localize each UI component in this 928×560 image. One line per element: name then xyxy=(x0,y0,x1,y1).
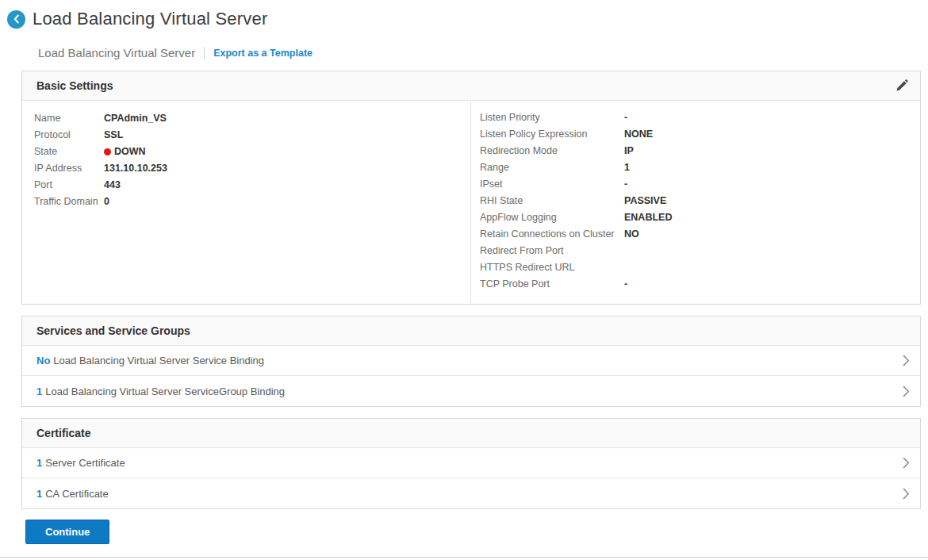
pencil-icon xyxy=(895,79,908,92)
binding-count: No xyxy=(36,355,50,366)
basic-settings-body: Name CPAdmin_VS Protocol SSL State DOWN … xyxy=(22,101,920,304)
field-redirection-mode: Redirection Mode IP xyxy=(480,143,920,159)
field-ipset: IPset - xyxy=(480,176,920,193)
divider xyxy=(204,47,205,59)
continue-button[interactable]: Continue xyxy=(25,520,109,544)
chevron-right-icon xyxy=(903,457,910,469)
page-header: Load Balancing Virtual Server xyxy=(0,0,928,29)
edit-button[interactable] xyxy=(892,76,911,95)
binding-label: CA Certificate xyxy=(45,488,108,500)
subheader: Load Balancing Virtual Server Export as … xyxy=(38,46,928,59)
field-redirect-from-port: Redirect From Port xyxy=(480,243,920,259)
field-listen-policy-expression: Listen Policy Expression NONE xyxy=(480,126,920,143)
field-port: Port 443 xyxy=(34,177,470,194)
field-ip-address: IP Address 131.10.10.253 xyxy=(34,160,470,177)
certificate-panel: Certificate 1Server Certificate 1CA Cert… xyxy=(21,418,921,509)
binding-count: 1 xyxy=(36,457,42,469)
binding-label: Load Balancing Virtual Server ServiceGro… xyxy=(45,385,285,397)
basic-settings-left-column: Name CPAdmin_VS Protocol SSL State DOWN … xyxy=(22,101,470,304)
field-traffic-domain: Traffic Domain 0 xyxy=(34,194,470,210)
panel-title: Basic Settings xyxy=(36,79,113,92)
page-title: Load Balancing Virtual Server xyxy=(33,9,267,29)
field-appflow-logging: AppFlow Logging ENABLED xyxy=(480,209,920,226)
status-down-dot-icon xyxy=(104,148,111,155)
field-https-redirect-url: HTTPS Redirect URL xyxy=(480,259,920,276)
export-as-template-link[interactable]: Export as a Template xyxy=(213,48,313,59)
field-state: State DOWN xyxy=(34,144,470,160)
field-rhi-state: RHI State PASSIVE xyxy=(480,193,920,209)
panel-title: Services and Service Groups xyxy=(36,324,190,337)
binding-label: Load Balancing Virtual Server Service Bi… xyxy=(53,355,264,366)
ca-certificate-row[interactable]: 1CA Certificate xyxy=(22,478,920,508)
field-retain-connections-on-cluster: Retain Connections on Cluster NO xyxy=(480,226,920,243)
server-certificate-row[interactable]: 1Server Certificate xyxy=(22,448,920,478)
footer-divider xyxy=(0,557,928,558)
binding-count: 1 xyxy=(36,488,42,500)
arrow-left-icon xyxy=(13,14,21,24)
services-panel-header: Services and Service Groups xyxy=(22,316,920,346)
chevron-right-icon xyxy=(903,488,910,500)
basic-settings-right-column: Listen Priority - Listen Policy Expressi… xyxy=(470,101,920,304)
panel-title: Certificate xyxy=(36,427,90,439)
back-button[interactable] xyxy=(7,10,25,29)
servicegroup-binding-row[interactable]: 1Load Balancing Virtual Server ServiceGr… xyxy=(22,376,920,406)
field-name: Name CPAdmin_VS xyxy=(34,110,470,127)
chevron-right-icon xyxy=(903,385,910,397)
field-protocol: Protocol SSL xyxy=(34,127,470,144)
services-panel: Services and Service Groups NoLoad Balan… xyxy=(21,316,921,407)
chevron-right-icon xyxy=(903,355,910,366)
state-value: DOWN xyxy=(104,144,146,160)
field-range: Range 1 xyxy=(480,159,920,176)
basic-settings-header: Basic Settings xyxy=(22,71,920,101)
basic-settings-panel: Basic Settings Name CPAdmin_VS Protocol … xyxy=(21,71,921,305)
certificate-panel-header: Certificate xyxy=(22,419,920,448)
field-listen-priority: Listen Priority - xyxy=(480,109,920,126)
binding-label: Server Certificate xyxy=(45,457,125,469)
section-label: Load Balancing Virtual Server xyxy=(38,46,195,59)
binding-count: 1 xyxy=(36,385,42,397)
service-binding-row[interactable]: NoLoad Balancing Virtual Server Service … xyxy=(22,346,920,376)
field-tcp-probe-port: TCP Probe Port - xyxy=(480,276,920,293)
